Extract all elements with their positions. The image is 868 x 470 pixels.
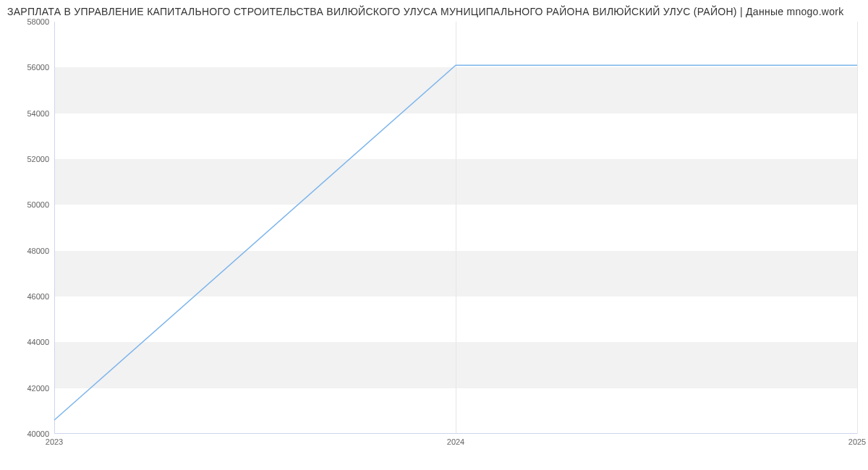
- chart-container: ЗАРПЛАТА В УПРАВЛЕНИЕ КАПИТАЛЬНОГО СТРОИ…: [0, 0, 868, 470]
- y-tick-label: 44000: [6, 338, 49, 346]
- plot-area: [54, 22, 857, 434]
- x-tick-label: 2024: [447, 437, 464, 446]
- chart-title: ЗАРПЛАТА В УПРАВЛЕНИЕ КАПИТАЛЬНОГО СТРОИ…: [7, 6, 844, 17]
- y-tick-label: 52000: [6, 155, 49, 163]
- y-tick-label: 54000: [6, 109, 49, 118]
- y-tick-label: 56000: [6, 63, 49, 72]
- x-tick-label: 2025: [848, 437, 866, 446]
- y-tick-label: 42000: [6, 384, 49, 393]
- x-tick-label: 2023: [46, 437, 63, 446]
- y-tick-label: 40000: [6, 430, 49, 438]
- x-grid-line: [857, 22, 858, 434]
- y-tick-label: 48000: [6, 247, 49, 255]
- y-tick-label: 46000: [6, 292, 49, 301]
- y-tick-label: 58000: [6, 17, 49, 26]
- line-series-svg: [54, 22, 857, 434]
- line-series: [54, 65, 857, 420]
- y-tick-label: 50000: [6, 200, 49, 209]
